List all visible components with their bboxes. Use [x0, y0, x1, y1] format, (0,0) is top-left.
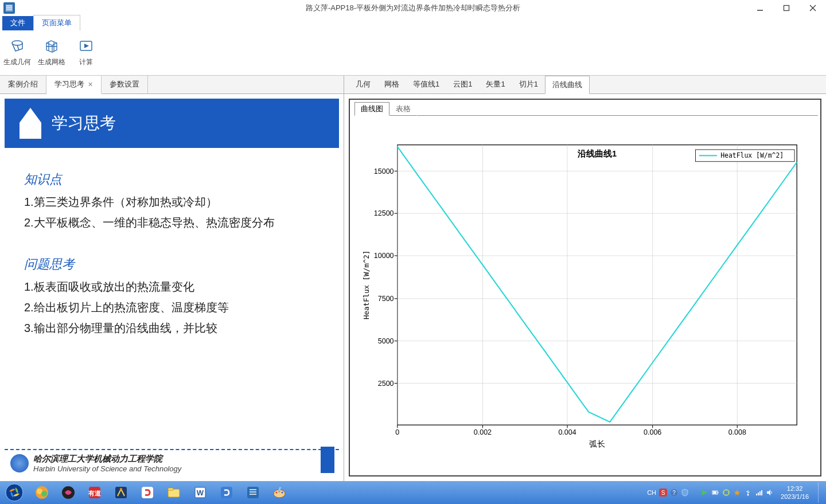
- tab-cloud[interactable]: 云图1: [446, 76, 479, 93]
- q-line: 2.给出板切片上的热流密度、温度梯度等: [24, 297, 320, 318]
- tab-slice[interactable]: 切片1: [512, 76, 545, 93]
- tab-mesh[interactable]: 网格: [377, 76, 406, 93]
- ytick: 12500: [374, 209, 394, 217]
- slide-body: 知识点 1.第三类边界条件（对称加热或冷却） 2.大平板概念、一维的非稳态导热、…: [5, 148, 339, 354]
- svg-marker-9: [20, 108, 41, 139]
- svg-rect-10: [398, 145, 797, 425]
- right-pane: 几何 网格 等值线1 云图1 矢量1 切片1 沿线曲线 曲线图 表格: [344, 76, 826, 481]
- svg-rect-63: [718, 492, 719, 493]
- tray-play-icon[interactable]: [700, 489, 708, 497]
- ytick: 10000: [374, 252, 394, 260]
- taskbar-app-4[interactable]: [214, 482, 239, 503]
- right-tabs: 几何 网格 等值线1 云图1 矢量1 切片1 沿线曲线: [344, 76, 826, 94]
- ribbon-label: 计算: [69, 57, 103, 67]
- taskbar-app-2[interactable]: [56, 482, 81, 503]
- kp-line: 2.大平板概念、一维的非稳态导热、热流密度分布: [24, 212, 320, 233]
- subtab-table[interactable]: 表格: [389, 102, 417, 116]
- svg-point-5: [12, 41, 22, 45]
- svg-rect-62: [713, 491, 716, 494]
- ytick: 7500: [378, 295, 394, 303]
- legend-label: HeatFlux [W/m^2]: [720, 152, 784, 160]
- ribbon-gen-mesh[interactable]: 生成网格: [34, 34, 69, 75]
- svg-point-43: [120, 488, 122, 490]
- svg-marker-8: [84, 44, 89, 48]
- main-area: 案例介绍 学习思考 ✕ 参数设置 学习思考 知识点 1.第三类边界条件（对称加热…: [0, 76, 826, 481]
- taskbar-app-youdao[interactable]: 有道: [82, 482, 107, 503]
- taskbar-word[interactable]: W: [188, 482, 213, 503]
- taskbar-app-sogou[interactable]: [135, 482, 160, 503]
- svg-rect-68: [758, 493, 759, 495]
- svg-marker-71: [767, 490, 770, 495]
- taskbar-app-3[interactable]: [108, 482, 134, 503]
- tray-network-icon[interactable]: [755, 489, 763, 497]
- menu-tabs: 文件 页面菜单: [0, 16, 826, 31]
- xtick: 0.002: [474, 428, 492, 436]
- slide-title: 学习思考: [52, 112, 116, 134]
- start-button[interactable]: [0, 481, 29, 504]
- tray-s-icon[interactable]: S: [659, 489, 667, 497]
- taskbar: 有道 W CH S ? 12:32 2023/1/16: [0, 481, 826, 504]
- tab-file[interactable]: 文件: [2, 15, 33, 30]
- tray-star-icon[interactable]: [733, 489, 741, 497]
- tray-volume-icon[interactable]: [766, 489, 774, 497]
- tab-param-set[interactable]: 参数设置: [102, 76, 148, 93]
- svg-rect-2: [784, 6, 789, 11]
- subtab-curve[interactable]: 曲线图: [354, 102, 389, 116]
- svg-point-54: [282, 492, 283, 494]
- q-line: 3.输出部分物理量的沿线曲线，并比较: [24, 318, 320, 338]
- tray-shield-icon[interactable]: [681, 489, 689, 497]
- minimize-button[interactable]: [747, 0, 773, 16]
- xtick: 0.008: [728, 428, 746, 436]
- svg-rect-70: [761, 490, 762, 495]
- tab-geometry[interactable]: 几何: [349, 76, 377, 93]
- close-icon[interactable]: ✕: [88, 81, 93, 88]
- tab-page-menu[interactable]: 页面菜单: [33, 15, 80, 31]
- svg-rect-50: [247, 487, 259, 498]
- chart-subtabs: 曲线图 表格: [350, 100, 820, 116]
- q-line: 1.板表面吸收或放出的热流量变化: [24, 276, 320, 297]
- lang-indicator[interactable]: CH: [647, 489, 656, 496]
- close-button[interactable]: [800, 0, 826, 16]
- compute-icon: [69, 34, 103, 57]
- tab-line-curve[interactable]: 沿线曲线: [545, 76, 590, 94]
- maximize-button[interactable]: [773, 0, 800, 16]
- ribbon-gen-geometry[interactable]: 生成几何: [0, 34, 34, 75]
- tab-contour[interactable]: 等值线1: [406, 76, 446, 93]
- tray-icons-left: CH S ?: [647, 489, 689, 497]
- taskbar-explorer[interactable]: [161, 482, 186, 503]
- decorative-block: [321, 447, 334, 473]
- left-sub-tabs: 案例介绍 学习思考 ✕ 参数设置: [0, 76, 344, 94]
- left-pane: 案例介绍 学习思考 ✕ 参数设置 学习思考 知识点 1.第三类边界条件（对称加热…: [0, 76, 344, 481]
- ribbon: 生成几何 生成网格 计算: [0, 31, 826, 76]
- taskbar-app-1[interactable]: [29, 482, 54, 503]
- ribbon-compute[interactable]: 计算: [69, 34, 103, 75]
- xtick: 0: [395, 428, 399, 436]
- svg-text:?: ?: [672, 490, 676, 496]
- chart-canvas[interactable]: 2500 5000 7500 10000 12500 15000 0 0.002…: [350, 116, 820, 475]
- tab-label: 学习思考: [54, 79, 84, 89]
- tray-clock[interactable]: 12:32 2023/1/16: [777, 485, 812, 501]
- tray-usb-icon[interactable]: [744, 489, 752, 497]
- taskbar-paint[interactable]: [267, 482, 292, 503]
- taskbar-comsol-app[interactable]: [240, 482, 266, 503]
- tray-power-icon[interactable]: [711, 489, 719, 497]
- chart-svg: 2500 5000 7500 10000 12500 15000 0 0.002…: [356, 118, 809, 470]
- ytick: 5000: [378, 337, 394, 345]
- university-logo-icon: [10, 454, 29, 472]
- slide-wrap: 学习思考 知识点 1.第三类边界条件（对称加热或冷却） 2.大平板概念、一维的非…: [0, 94, 344, 481]
- tab-study-think[interactable]: 学习思考 ✕: [46, 76, 102, 94]
- tray-icons-right: [700, 489, 774, 497]
- tab-case-intro[interactable]: 案例介绍: [0, 76, 46, 93]
- slide-footer: 哈尔滨理工大学机械动力工程学院 Harbin University of Sci…: [5, 449, 339, 476]
- tray-tool-icon[interactable]: [722, 489, 730, 497]
- window-controls: [747, 0, 826, 16]
- ribbon-label: 生成几何: [0, 57, 34, 67]
- svg-point-38: [41, 491, 47, 497]
- show-desktop-button[interactable]: [818, 482, 823, 503]
- legend: HeatFlux [W/m^2]: [696, 150, 795, 162]
- svg-marker-65: [734, 490, 740, 495]
- svg-text:S: S: [661, 490, 665, 496]
- geometry-icon: [0, 34, 34, 57]
- tab-vector[interactable]: 矢量1: [479, 76, 512, 93]
- tray-help-icon[interactable]: ?: [670, 489, 678, 497]
